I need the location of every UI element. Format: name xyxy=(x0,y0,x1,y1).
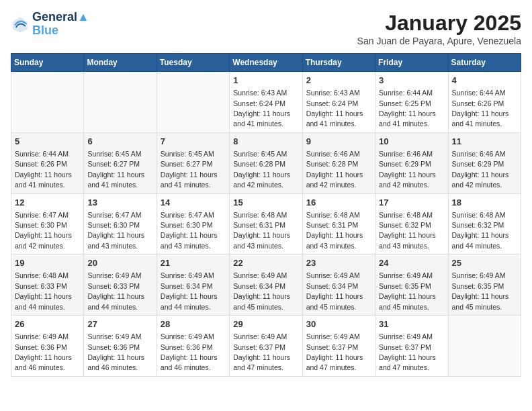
day-number: 22 xyxy=(233,257,298,269)
day-info: Sunrise: 6:45 AM Sunset: 6:28 PM Dayligh… xyxy=(233,150,290,189)
day-info: Sunrise: 6:47 AM Sunset: 6:30 PM Dayligh… xyxy=(161,211,218,250)
logo-icon xyxy=(11,15,30,34)
day-info: Sunrise: 6:48 AM Sunset: 6:32 PM Dayligh… xyxy=(379,211,436,250)
table-row: 28Sunrise: 6:49 AM Sunset: 6:36 PM Dayli… xyxy=(157,316,229,377)
day-info: Sunrise: 6:44 AM Sunset: 6:26 PM Dayligh… xyxy=(15,150,72,189)
calendar-table: Sunday Monday Tuesday Wednesday Thursday… xyxy=(11,53,521,377)
day-number: 23 xyxy=(306,257,371,269)
day-info: Sunrise: 6:44 AM Sunset: 6:26 PM Dayligh… xyxy=(452,89,509,128)
table-row: 8Sunrise: 6:45 AM Sunset: 6:28 PM Daylig… xyxy=(230,132,302,193)
calendar-week-row: 1Sunrise: 6:43 AM Sunset: 6:24 PM Daylig… xyxy=(11,72,521,133)
day-info: Sunrise: 6:49 AM Sunset: 6:37 PM Dayligh… xyxy=(379,332,436,371)
calendar-header-row: Sunday Monday Tuesday Wednesday Thursday… xyxy=(11,54,521,72)
month-title: January 2025 xyxy=(357,11,521,36)
day-info: Sunrise: 6:46 AM Sunset: 6:29 PM Dayligh… xyxy=(452,150,509,189)
table-row: 7Sunrise: 6:45 AM Sunset: 6:27 PM Daylig… xyxy=(157,132,229,193)
day-number: 13 xyxy=(87,197,152,209)
day-number: 11 xyxy=(452,136,517,148)
day-number: 1 xyxy=(233,75,298,87)
day-info: Sunrise: 6:48 AM Sunset: 6:32 PM Dayligh… xyxy=(452,211,509,250)
table-row: 24Sunrise: 6:49 AM Sunset: 6:35 PM Dayli… xyxy=(375,255,448,316)
day-number: 3 xyxy=(379,75,444,87)
day-number: 14 xyxy=(161,197,226,209)
table-row: 17Sunrise: 6:48 AM Sunset: 6:32 PM Dayli… xyxy=(375,193,448,255)
header-thursday: Thursday xyxy=(302,54,375,72)
day-number: 17 xyxy=(379,197,444,209)
header-wednesday: Wednesday xyxy=(230,54,302,72)
day-info: Sunrise: 6:49 AM Sunset: 6:35 PM Dayligh… xyxy=(379,271,436,310)
table-row: 14Sunrise: 6:47 AM Sunset: 6:30 PM Dayli… xyxy=(157,193,229,255)
day-info: Sunrise: 6:44 AM Sunset: 6:25 PM Dayligh… xyxy=(379,89,436,128)
table-row: 20Sunrise: 6:49 AM Sunset: 6:33 PM Dayli… xyxy=(84,255,157,316)
location: San Juan de Payara, Apure, Venezuela xyxy=(357,36,521,46)
day-number: 16 xyxy=(306,197,371,209)
table-row: 26Sunrise: 6:49 AM Sunset: 6:36 PM Dayli… xyxy=(11,316,84,377)
calendar-week-row: 26Sunrise: 6:49 AM Sunset: 6:36 PM Dayli… xyxy=(11,316,521,377)
day-number: 27 xyxy=(87,318,152,330)
table-row: 23Sunrise: 6:49 AM Sunset: 6:34 PM Dayli… xyxy=(302,255,375,316)
table-row xyxy=(84,72,157,133)
header-monday: Monday xyxy=(84,54,157,72)
page-header: General▲ Blue January 2025 San Juan de P… xyxy=(11,11,521,46)
day-info: Sunrise: 6:49 AM Sunset: 6:33 PM Dayligh… xyxy=(87,271,144,310)
day-info: Sunrise: 6:49 AM Sunset: 6:37 PM Dayligh… xyxy=(306,332,363,371)
calendar-week-row: 12Sunrise: 6:47 AM Sunset: 6:30 PM Dayli… xyxy=(11,193,521,255)
day-info: Sunrise: 6:49 AM Sunset: 6:37 PM Dayligh… xyxy=(233,332,290,371)
table-row: 27Sunrise: 6:49 AM Sunset: 6:36 PM Dayli… xyxy=(84,316,157,377)
title-block: January 2025 San Juan de Payara, Apure, … xyxy=(357,11,521,46)
table-row: 5Sunrise: 6:44 AM Sunset: 6:26 PM Daylig… xyxy=(11,132,84,193)
day-number: 2 xyxy=(306,75,371,87)
day-number: 15 xyxy=(233,197,298,209)
day-info: Sunrise: 6:43 AM Sunset: 6:24 PM Dayligh… xyxy=(233,89,290,128)
day-number: 6 xyxy=(87,136,152,148)
day-number: 26 xyxy=(15,318,80,330)
day-number: 12 xyxy=(15,197,80,209)
day-info: Sunrise: 6:43 AM Sunset: 6:24 PM Dayligh… xyxy=(306,89,363,128)
table-row: 25Sunrise: 6:49 AM Sunset: 6:35 PM Dayli… xyxy=(448,255,521,316)
calendar-week-row: 19Sunrise: 6:48 AM Sunset: 6:33 PM Dayli… xyxy=(11,255,521,316)
day-info: Sunrise: 6:46 AM Sunset: 6:28 PM Dayligh… xyxy=(306,150,363,189)
day-number: 18 xyxy=(452,197,517,209)
header-sunday: Sunday xyxy=(11,54,84,72)
day-info: Sunrise: 6:49 AM Sunset: 6:34 PM Dayligh… xyxy=(233,271,290,310)
day-info: Sunrise: 6:48 AM Sunset: 6:31 PM Dayligh… xyxy=(233,211,290,250)
day-number: 29 xyxy=(233,318,298,330)
day-number: 28 xyxy=(161,318,226,330)
day-info: Sunrise: 6:49 AM Sunset: 6:36 PM Dayligh… xyxy=(15,332,72,371)
day-info: Sunrise: 6:49 AM Sunset: 6:36 PM Dayligh… xyxy=(87,332,144,371)
day-number: 9 xyxy=(306,136,371,148)
table-row: 29Sunrise: 6:49 AM Sunset: 6:37 PM Dayli… xyxy=(230,316,302,377)
day-number: 30 xyxy=(306,318,371,330)
table-row: 11Sunrise: 6:46 AM Sunset: 6:29 PM Dayli… xyxy=(448,132,521,193)
day-number: 4 xyxy=(452,75,517,87)
table-row: 21Sunrise: 6:49 AM Sunset: 6:34 PM Dayli… xyxy=(157,255,229,316)
table-row xyxy=(11,72,84,133)
table-row: 22Sunrise: 6:49 AM Sunset: 6:34 PM Dayli… xyxy=(230,255,302,316)
table-row: 4Sunrise: 6:44 AM Sunset: 6:26 PM Daylig… xyxy=(448,72,521,133)
day-number: 5 xyxy=(15,136,80,148)
table-row: 6Sunrise: 6:45 AM Sunset: 6:27 PM Daylig… xyxy=(84,132,157,193)
table-row: 19Sunrise: 6:48 AM Sunset: 6:33 PM Dayli… xyxy=(11,255,84,316)
day-info: Sunrise: 6:47 AM Sunset: 6:30 PM Dayligh… xyxy=(15,211,72,250)
header-friday: Friday xyxy=(375,54,448,72)
calendar-week-row: 5Sunrise: 6:44 AM Sunset: 6:26 PM Daylig… xyxy=(11,132,521,193)
day-number: 21 xyxy=(161,257,226,269)
header-tuesday: Tuesday xyxy=(157,54,229,72)
table-row: 13Sunrise: 6:47 AM Sunset: 6:30 PM Dayli… xyxy=(84,193,157,255)
day-number: 31 xyxy=(379,318,444,330)
day-number: 7 xyxy=(161,136,226,148)
table-row: 9Sunrise: 6:46 AM Sunset: 6:28 PM Daylig… xyxy=(302,132,375,193)
day-info: Sunrise: 6:46 AM Sunset: 6:29 PM Dayligh… xyxy=(379,150,436,189)
day-info: Sunrise: 6:48 AM Sunset: 6:33 PM Dayligh… xyxy=(15,271,72,310)
day-info: Sunrise: 6:49 AM Sunset: 6:35 PM Dayligh… xyxy=(452,271,509,310)
table-row xyxy=(157,72,229,133)
day-number: 10 xyxy=(379,136,444,148)
table-row: 1Sunrise: 6:43 AM Sunset: 6:24 PM Daylig… xyxy=(230,72,302,133)
day-number: 24 xyxy=(379,257,444,269)
table-row: 10Sunrise: 6:46 AM Sunset: 6:29 PM Dayli… xyxy=(375,132,448,193)
day-number: 20 xyxy=(87,257,152,269)
table-row: 2Sunrise: 6:43 AM Sunset: 6:24 PM Daylig… xyxy=(302,72,375,133)
day-info: Sunrise: 6:49 AM Sunset: 6:34 PM Dayligh… xyxy=(306,271,363,310)
day-info: Sunrise: 6:49 AM Sunset: 6:36 PM Dayligh… xyxy=(161,332,218,371)
table-row: 12Sunrise: 6:47 AM Sunset: 6:30 PM Dayli… xyxy=(11,193,84,255)
